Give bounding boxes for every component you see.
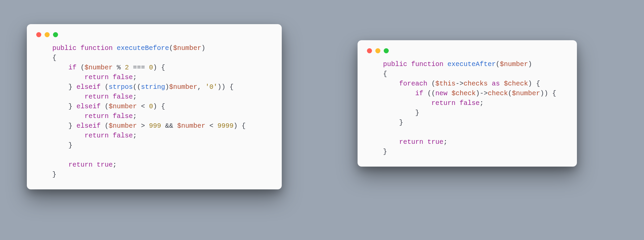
paren-open: (: [431, 89, 435, 97]
paren-close: ): [153, 103, 157, 110]
paren-open: (: [133, 83, 137, 91]
semicolon: ;: [133, 73, 137, 81]
brace-close: }: [415, 109, 419, 117]
variable-number: $number: [512, 89, 540, 97]
code-block-before: public function executeBefore($number) {…: [36, 43, 272, 179]
operator-identical: ===: [133, 64, 145, 71]
variable-number: $number: [500, 60, 528, 68]
keyword-as: as: [492, 80, 500, 87]
function-strpos: strpos: [109, 83, 133, 91]
boolean-false: false: [460, 99, 480, 107]
paren-close: ): [528, 60, 532, 68]
paren-open: (: [105, 122, 109, 130]
keyword-return: return: [85, 112, 109, 120]
operator-gt: >: [141, 122, 145, 130]
method-check: check: [488, 89, 508, 97]
keyword-if: if: [68, 64, 76, 71]
paren-close: ): [233, 122, 237, 130]
paren-close: ): [528, 80, 532, 87]
brace-close: }: [383, 148, 387, 156]
number-literal: 999: [149, 122, 161, 130]
brace-close: }: [68, 103, 72, 110]
minimize-icon[interactable]: [45, 32, 50, 37]
brace-open: {: [552, 89, 556, 97]
variable-number: $number: [177, 122, 205, 130]
boolean-false: false: [113, 73, 133, 81]
function-name: executeBefore: [117, 44, 169, 52]
close-icon[interactable]: [367, 48, 372, 53]
number-literal: 0: [149, 103, 153, 110]
operator-lt: <: [141, 103, 145, 110]
paren-close: ): [217, 83, 221, 91]
arrow: ->: [480, 89, 488, 97]
paren-open: (: [137, 83, 141, 91]
function-name: executeAfter: [447, 60, 496, 68]
keyword-return: return: [68, 161, 93, 169]
paren-open: (: [80, 64, 85, 71]
semicolon: ;: [113, 161, 117, 169]
brace-close: }: [68, 83, 72, 91]
string-literal: '0': [205, 83, 217, 91]
paren-open: (: [169, 44, 173, 52]
paren-close: ): [201, 44, 205, 52]
close-icon[interactable]: [36, 32, 41, 37]
zoom-icon[interactable]: [53, 32, 58, 37]
keyword-elseif: elseif: [76, 83, 101, 91]
brace-open: {: [241, 122, 246, 130]
property-checks: checks: [464, 80, 488, 87]
paren-close: ): [221, 83, 225, 91]
code-block-after: public function executeAfter($number) { …: [367, 59, 568, 157]
zoom-icon[interactable]: [384, 48, 389, 53]
number-literal: 2: [125, 64, 129, 71]
number-literal: 9999: [217, 122, 233, 130]
paren-close: ): [540, 89, 544, 97]
keyword-return: return: [399, 138, 423, 146]
variable-number: $number: [109, 103, 137, 110]
paren-open: (: [508, 89, 512, 97]
cast-string: string: [141, 83, 165, 91]
keyword-return: return: [85, 132, 109, 139]
variable-check: $check: [504, 80, 528, 87]
brace-open: {: [52, 54, 56, 62]
operator-and: &&: [165, 122, 173, 130]
brace-open: {: [536, 80, 540, 87]
variable-number: $number: [169, 83, 197, 91]
variable-check: $check: [451, 89, 476, 97]
paren-open: (: [431, 80, 435, 87]
paren-close: ): [153, 64, 157, 71]
operator-mod: %: [117, 64, 121, 71]
operator-lt: <: [209, 122, 213, 130]
traffic-lights: [367, 48, 568, 53]
paren-close: ): [544, 89, 548, 97]
boolean-false: false: [113, 112, 133, 120]
boolean-false: false: [113, 132, 133, 139]
brace-close: }: [68, 122, 72, 130]
brace-open: {: [229, 83, 233, 91]
paren-close: ): [476, 89, 480, 97]
paren-open: (: [105, 103, 109, 110]
variable-number: $number: [109, 122, 137, 130]
keyword-return: return: [85, 93, 109, 101]
paren-close: ): [165, 83, 169, 91]
keyword-public: public: [383, 60, 407, 68]
keyword-new: new: [435, 89, 447, 97]
brace-open: {: [161, 103, 165, 110]
stage: public function executeBefore($number) {…: [0, 0, 644, 240]
traffic-lights: [36, 32, 272, 37]
minimize-icon[interactable]: [375, 48, 380, 53]
variable-number: $number: [85, 64, 113, 71]
keyword-foreach: foreach: [399, 80, 427, 87]
keyword-elseif: elseif: [76, 122, 101, 130]
number-literal: 0: [149, 64, 153, 71]
variable-this: $this: [435, 80, 455, 87]
keyword-return: return: [85, 73, 109, 81]
boolean-false: false: [113, 93, 133, 101]
semicolon: ;: [480, 99, 484, 107]
semicolon: ;: [443, 138, 447, 146]
keyword-return: return: [431, 99, 455, 107]
semicolon: ;: [133, 132, 137, 139]
keyword-function: function: [80, 44, 113, 52]
brace-open: {: [161, 64, 165, 71]
code-window-before: public function executeBefore($number) {…: [27, 24, 282, 189]
paren-open: (: [105, 83, 109, 91]
